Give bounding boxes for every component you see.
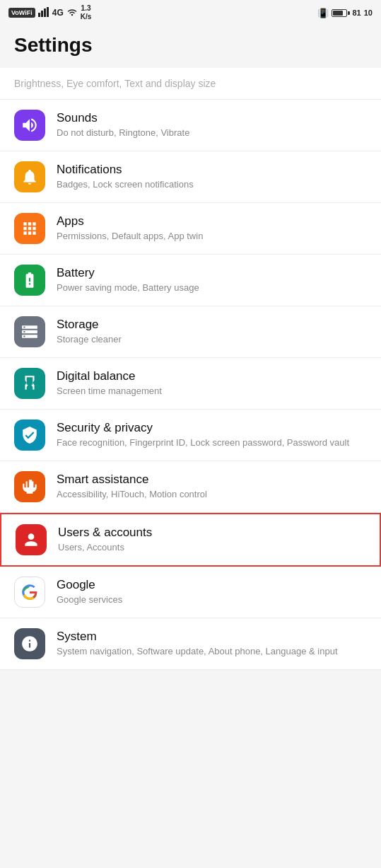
sidebar-item-battery[interactable]: Battery Power saving mode, Battery usage <box>0 255 381 306</box>
users-accounts-icon-wrapper <box>16 524 47 555</box>
page-title-section: Settings <box>0 25 381 68</box>
svg-rect-2 <box>44 8 46 17</box>
status-left: VoWiFi 4G 1.3K/s <box>8 4 91 21</box>
svg-rect-1 <box>41 11 43 17</box>
vibrate-icon: 📳 <box>317 8 329 18</box>
smart-assistance-title: Smart assistance <box>57 473 367 487</box>
svg-rect-0 <box>38 13 40 17</box>
users-accounts-text: Users & accounts Users, Accounts <box>58 526 365 554</box>
google-text: Google Google services <box>57 578 367 606</box>
security-icon-wrapper <box>14 419 45 451</box>
svg-rect-3 <box>47 7 49 17</box>
sidebar-item-users-accounts[interactable]: Users & accounts Users, Accounts <box>0 513 381 567</box>
google-title: Google <box>57 578 367 592</box>
apps-icon <box>20 219 39 238</box>
digital-balance-icon-wrapper <box>14 368 45 399</box>
security-title: Security & privacy <box>57 421 367 435</box>
notifications-subtitle: Badges, Lock screen notifications <box>57 178 367 191</box>
battery-indicator <box>332 9 350 17</box>
sidebar-item-storage[interactable]: Storage Storage cleaner <box>0 306 381 358</box>
sounds-subtitle: Do not disturb, Ringtone, Vibrate <box>57 127 367 139</box>
sidebar-item-smart-assistance[interactable]: Smart assistance Accessibility, HiTouch,… <box>0 461 381 513</box>
battery-subtitle: Power saving mode, Battery usage <box>57 282 367 294</box>
person-icon <box>22 531 40 549</box>
info-icon <box>20 635 39 653</box>
notifications-icon-wrapper <box>14 161 45 192</box>
sidebar-item-system[interactable]: System System navigation, Software updat… <box>0 618 381 670</box>
signal-strength <box>38 7 49 18</box>
smart-assistance-icon-wrapper <box>14 471 45 502</box>
apps-subtitle: Permissions, Default apps, App twin <box>57 230 367 243</box>
sounds-icon-wrapper <box>14 110 45 141</box>
smart-assistance-subtitle: Accessibility, HiTouch, Motion control <box>57 488 367 501</box>
digital-balance-subtitle: Screen time management <box>57 385 367 398</box>
storage-icon-wrapper <box>14 316 45 347</box>
page-title: Settings <box>14 34 367 57</box>
security-subtitle: Face recognition, Fingerprint ID, Lock s… <box>57 436 367 449</box>
users-accounts-subtitle: Users, Accounts <box>58 541 365 554</box>
status-bar: VoWiFi 4G 1.3K/s 📳 81 10 <box>0 0 381 25</box>
battery-text: Battery Power saving mode, Battery usage <box>57 266 367 294</box>
sidebar-item-apps[interactable]: Apps Permissions, Default apps, App twin <box>0 203 381 255</box>
apps-text: Apps Permissions, Default apps, App twin <box>57 214 367 243</box>
status-right: 📳 81 10 <box>317 8 373 18</box>
vowifi-indicator: VoWiFi <box>8 8 35 18</box>
hand-icon <box>20 478 39 496</box>
battery-charging-icon <box>20 271 39 289</box>
sounds-text: Sounds Do not disturb, Ringtone, Vibrate <box>57 111 367 139</box>
settings-list: Sounds Do not disturb, Ringtone, Vibrate… <box>0 100 381 670</box>
sound-icon <box>20 116 39 134</box>
storage-subtitle: Storage cleaner <box>57 333 367 346</box>
sounds-title: Sounds <box>57 111 367 125</box>
digital-balance-text: Digital balance Screen time management <box>57 369 367 398</box>
sidebar-item-google[interactable]: Google Google services <box>0 567 381 618</box>
google-icon <box>20 583 39 601</box>
time: 10 <box>364 8 373 17</box>
network-speed: 1.3K/s <box>81 4 92 21</box>
storage-icon <box>20 323 39 341</box>
apps-icon-wrapper <box>14 213 45 244</box>
sidebar-item-digital-balance[interactable]: Digital balance Screen time management <box>0 358 381 410</box>
shield-icon <box>20 426 39 444</box>
hourglass-icon <box>20 374 39 393</box>
storage-text: Storage Storage cleaner <box>57 318 367 346</box>
sidebar-item-sounds[interactable]: Sounds Do not disturb, Ringtone, Vibrate <box>0 100 381 151</box>
system-text: System System navigation, Software updat… <box>57 630 367 658</box>
scroll-hint: Brightness, Eye comfort, Text and displa… <box>0 68 381 100</box>
digital-balance-title: Digital balance <box>57 369 367 383</box>
apps-title: Apps <box>57 214 367 228</box>
network-type: 4G <box>52 8 64 18</box>
bell-icon <box>20 168 39 186</box>
google-subtitle: Google services <box>57 594 367 606</box>
security-text: Security & privacy Face recognition, Fin… <box>57 421 367 449</box>
battery-title: Battery <box>57 266 367 280</box>
sidebar-item-notifications[interactable]: Notifications Badges, Lock screen notifi… <box>0 151 381 203</box>
system-subtitle: System navigation, Software update, Abou… <box>57 645 367 658</box>
users-accounts-title: Users & accounts <box>58 526 365 540</box>
storage-title: Storage <box>57 318 367 332</box>
system-icon-wrapper <box>14 628 45 659</box>
smart-assistance-text: Smart assistance Accessibility, HiTouch,… <box>57 473 367 501</box>
system-title: System <box>57 630 367 644</box>
google-icon-wrapper <box>14 577 45 608</box>
wifi-icon <box>66 8 78 18</box>
sidebar-item-security[interactable]: Security & privacy Face recognition, Fin… <box>0 410 381 461</box>
notifications-title: Notifications <box>57 163 367 177</box>
notifications-text: Notifications Badges, Lock screen notifi… <box>57 163 367 191</box>
battery-percent: 81 <box>353 8 361 17</box>
battery-icon-wrapper <box>14 265 45 296</box>
